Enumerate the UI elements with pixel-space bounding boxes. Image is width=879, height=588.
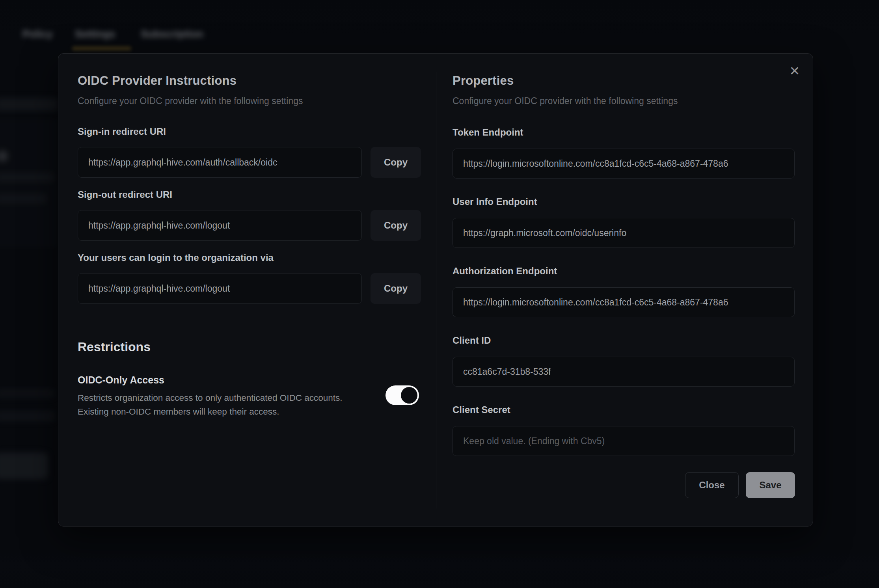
description-line: Restricts organization access to only au… [78, 391, 343, 405]
left-column-title: OIDC Provider Instructions [78, 74, 237, 88]
login-url-copy-button[interactable]: Copy [371, 273, 421, 304]
client-id-value[interactable]: cc81a6c7d-31b8-533f [453, 357, 795, 387]
authorization-endpoint-value[interactable]: https://login.microsoftonline.com/cc8a1f… [453, 287, 795, 317]
client-secret-input[interactable] [453, 426, 795, 456]
oidc-only-access-description: Restricts organization access to only au… [78, 391, 343, 419]
authorization-endpoint-label: Authorization Endpoint [453, 266, 557, 277]
right-column-subtitle: Configure your OIDC provider with the fo… [453, 96, 678, 106]
signout-copy-button[interactable]: Copy [371, 210, 421, 241]
signout-redirect-uri-value[interactable]: https://app.graphql-hive.com/logout [78, 210, 362, 241]
right-column-title: Properties [453, 74, 514, 88]
restrictions-divider [78, 321, 421, 321]
close-button[interactable]: Close [685, 472, 739, 498]
oidc-only-access-label: OIDC-Only Access [78, 374, 164, 386]
modal-column-divider [436, 72, 436, 508]
token-endpoint-label: Token Endpoint [453, 127, 523, 138]
description-line: Existing non-OIDC members will keep thei… [78, 405, 343, 419]
toggle-thumb [401, 387, 417, 404]
oidc-only-access-toggle[interactable] [385, 385, 419, 405]
client-id-label: Client ID [453, 335, 491, 346]
userinfo-endpoint-label: User Info Endpoint [453, 196, 537, 207]
close-icon[interactable]: ✕ [786, 62, 803, 80]
token-endpoint-value[interactable]: https://login.microsoftonline.com/cc8a1f… [453, 149, 795, 179]
app-screen: Policy Settings Subscription ✕ OIDC Prov… [0, 0, 879, 588]
signin-copy-button[interactable]: Copy [371, 147, 421, 178]
signout-redirect-uri-label: Sign-out redirect URI [78, 189, 172, 200]
client-secret-label: Client Secret [453, 404, 510, 415]
userinfo-endpoint-value[interactable]: https://graph.microsoft.com/oidc/userinf… [453, 218, 795, 248]
login-url-value[interactable]: https://app.graphql-hive.com/logout [78, 273, 362, 304]
signin-redirect-uri-label: Sign-in redirect URI [78, 126, 166, 137]
restrictions-title: Restrictions [78, 340, 151, 354]
save-button[interactable]: Save [746, 472, 795, 498]
login-url-label: Your users can login to the organization… [78, 252, 274, 263]
left-column-subtitle: Configure your OIDC provider with the fo… [78, 96, 303, 106]
signin-redirect-uri-value[interactable]: https://app.graphql-hive.com/auth/callba… [78, 147, 362, 178]
